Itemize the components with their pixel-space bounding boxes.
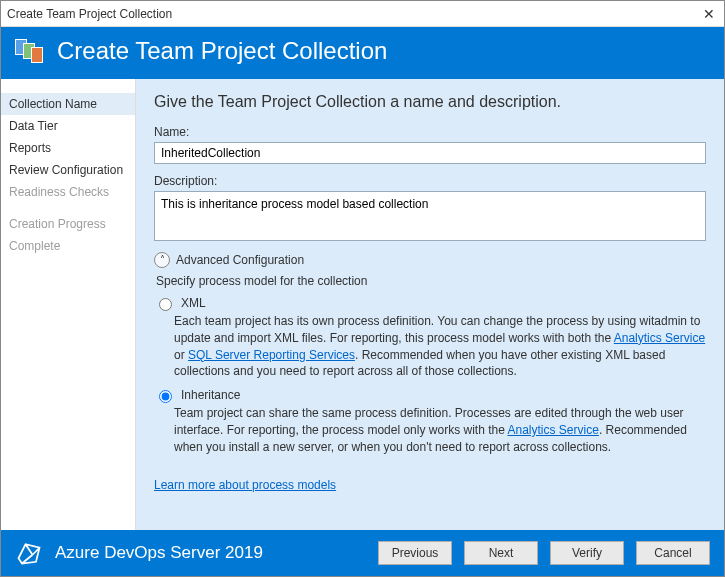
specify-process-model-label: Specify process model for the collection (156, 274, 706, 288)
footer-brand-text: Azure DevOps Server 2019 (55, 543, 263, 563)
xml-radio-label: XML (181, 296, 206, 310)
step-reports[interactable]: Reports (1, 137, 135, 159)
step-review-configuration[interactable]: Review Configuration (1, 159, 135, 181)
chevron-up-icon: ˄ (154, 252, 170, 268)
process-model-xml-option[interactable]: XML (154, 296, 706, 311)
close-icon[interactable]: ✕ (700, 6, 718, 22)
wizard-steps-sidebar: Collection Name Data Tier Reports Review… (1, 79, 136, 530)
banner: Create Team Project Collection (1, 27, 724, 79)
step-creation-progress: Creation Progress (1, 213, 135, 235)
previous-button[interactable]: Previous (378, 541, 452, 565)
name-input[interactable] (154, 142, 706, 164)
advanced-configuration-toggle[interactable]: ˄ Advanced Configuration (154, 252, 706, 268)
process-model-inheritance-option[interactable]: Inheritance (154, 388, 706, 403)
advanced-configuration-label: Advanced Configuration (176, 253, 304, 267)
footer: Azure DevOps Server 2019 Previous Next V… (1, 530, 724, 576)
cancel-button[interactable]: Cancel (636, 541, 710, 565)
wizard-window: Create Team Project Collection ✕ Create … (0, 0, 725, 577)
step-readiness-checks: Readiness Checks (1, 181, 135, 203)
step-collection-name[interactable]: Collection Name (1, 93, 135, 115)
inheritance-radio[interactable] (159, 390, 172, 403)
description-label: Description: (154, 174, 706, 188)
main-panel: Give the Team Project Collection a name … (136, 79, 724, 530)
window-title: Create Team Project Collection (7, 7, 700, 21)
banner-heading: Create Team Project Collection (57, 37, 387, 65)
step-complete: Complete (1, 235, 135, 257)
collection-logo-icon (15, 39, 45, 63)
inheritance-radio-label: Inheritance (181, 388, 240, 402)
wizard-body: Collection Name Data Tier Reports Review… (1, 79, 724, 530)
next-button[interactable]: Next (464, 541, 538, 565)
verify-button[interactable]: Verify (550, 541, 624, 565)
xml-radio[interactable] (159, 298, 172, 311)
sql-server-reporting-services-link[interactable]: SQL Server Reporting Services (188, 348, 355, 362)
analytics-service-link-2[interactable]: Analytics Service (508, 423, 599, 437)
inheritance-description: Team project can share the same process … (174, 405, 706, 455)
analytics-service-link[interactable]: Analytics Service (614, 331, 705, 345)
description-input[interactable]: This is inheritance process model based … (154, 191, 706, 241)
learn-more-link[interactable]: Learn more about process models (154, 478, 336, 492)
azure-devops-icon (15, 539, 43, 567)
page-title: Give the Team Project Collection a name … (154, 93, 706, 111)
titlebar: Create Team Project Collection ✕ (1, 1, 724, 27)
name-label: Name: (154, 125, 706, 139)
step-data-tier[interactable]: Data Tier (1, 115, 135, 137)
xml-description: Each team project has its own process de… (174, 313, 706, 380)
footer-brand: Azure DevOps Server 2019 (15, 539, 366, 567)
